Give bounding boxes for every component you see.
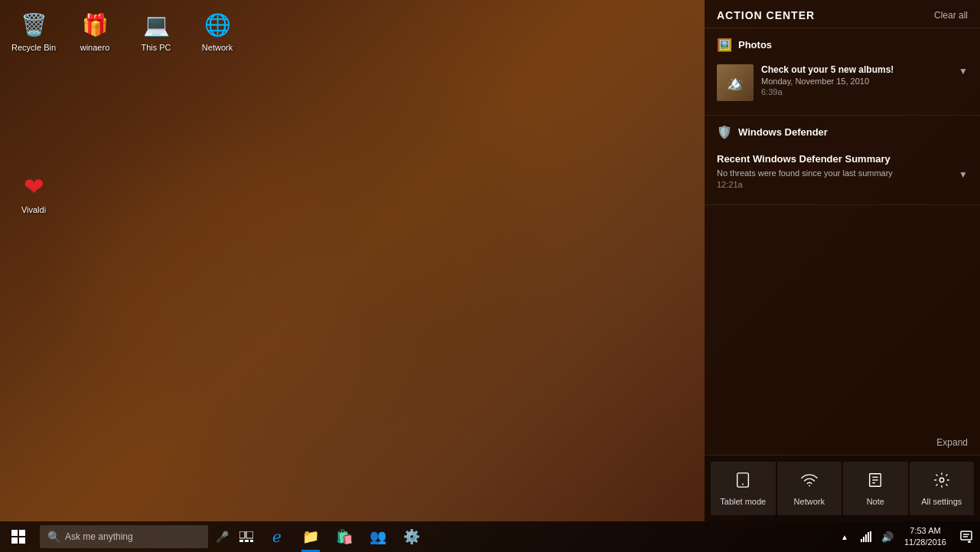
task-view-icon bbox=[239, 531, 253, 542]
defender-notif-body: No threats were found since your last su… bbox=[717, 168, 968, 180]
action-center-panel: ACTION CENTER Clear all 🖼️ Photos 🏔️ Che… bbox=[705, 0, 980, 521]
clock[interactable]: 7:53 AM 11/28/2016 bbox=[898, 521, 952, 552]
desktop-icon-winaero[interactable]: 🎁 winaero bbox=[67, 6, 122, 56]
defender-group-icon: 🛡️ bbox=[717, 125, 732, 139]
network-qa-icon bbox=[801, 472, 818, 492]
svg-rect-8 bbox=[11, 530, 18, 536]
search-icon: 🔍 bbox=[47, 531, 60, 543]
tray-expand-icon: ▲ bbox=[841, 533, 848, 541]
defender-notif-title: Recent Windows Defender Summary bbox=[717, 153, 968, 165]
desktop-icon-network[interactable]: 🌐 Network bbox=[190, 6, 245, 56]
search-bar[interactable]: 🔍 Ask me anything bbox=[40, 525, 208, 548]
taskbar-settings[interactable]: ⚙️ bbox=[395, 521, 428, 552]
action-center-button[interactable] bbox=[952, 521, 980, 552]
action-center-header: ACTION CENTER Clear all bbox=[705, 0, 980, 28]
expand-area: Expand bbox=[705, 429, 980, 456]
this-pc-label: This PC bbox=[141, 43, 171, 53]
notifications-list: 🖼️ Photos 🏔️ Check out your 5 new albums… bbox=[705, 28, 980, 429]
microphone-icon[interactable]: 🎤 bbox=[211, 521, 233, 552]
svg-rect-18 bbox=[863, 537, 864, 542]
quick-action-all-settings[interactable]: All settings bbox=[910, 462, 975, 515]
quick-actions: Tablet mode Network bbox=[705, 456, 980, 521]
clock-time: 7:53 AM bbox=[910, 525, 940, 537]
teams-icon: 👥 bbox=[370, 528, 386, 545]
all-settings-icon bbox=[933, 472, 950, 492]
all-settings-label: All settings bbox=[921, 497, 962, 506]
desktop-icons: 🗑️ Recycle Bin 🎁 winaero 💻 This PC 🌐 Net… bbox=[0, 0, 251, 62]
svg-rect-16 bbox=[250, 540, 253, 542]
notification-group-defender: 🛡️ Windows Defender Recent Windows Defen… bbox=[705, 116, 980, 205]
defender-body-text: No threats were found since your last su… bbox=[717, 168, 959, 178]
task-view-button[interactable] bbox=[233, 521, 260, 552]
network-icon: 🌐 bbox=[202, 9, 233, 40]
tray-volume-icon[interactable]: 🔊 bbox=[877, 521, 898, 552]
photos-content: Check out your 5 new albums! Monday, Nov… bbox=[761, 64, 951, 101]
svg-rect-0 bbox=[737, 472, 749, 486]
winaero-icon: 🎁 bbox=[80, 9, 110, 40]
svg-point-1 bbox=[742, 483, 744, 485]
quick-action-tablet-mode[interactable]: Tablet mode bbox=[711, 462, 776, 515]
windows-logo-icon bbox=[11, 530, 25, 544]
quick-action-network[interactable]: Network bbox=[777, 462, 842, 515]
search-placeholder: Ask me anything bbox=[65, 531, 133, 542]
action-center-icon bbox=[960, 531, 972, 543]
svg-rect-22 bbox=[961, 531, 972, 540]
network-label: Network bbox=[202, 43, 233, 53]
photos-group-icon: 🖼️ bbox=[717, 38, 732, 52]
svg-rect-19 bbox=[865, 534, 867, 542]
this-pc-icon: 💻 bbox=[141, 9, 171, 40]
clear-all-button[interactable]: Clear all bbox=[934, 10, 968, 21]
photos-group-title: Photos bbox=[738, 39, 772, 51]
photos-group-header: 🖼️ Photos bbox=[717, 38, 968, 52]
notification-item-defender[interactable]: Recent Windows Defender Summary No threa… bbox=[717, 147, 968, 195]
svg-rect-11 bbox=[19, 537, 25, 544]
svg-rect-21 bbox=[870, 531, 871, 542]
tray-network-icon[interactable] bbox=[855, 521, 877, 552]
expand-button[interactable]: Expand bbox=[936, 437, 968, 448]
note-label: Note bbox=[867, 497, 884, 506]
start-button[interactable] bbox=[0, 521, 37, 552]
photos-thumbnail: 🏔️ bbox=[717, 64, 754, 101]
note-icon bbox=[867, 472, 884, 492]
taskbar: 🔍 Ask me anything 🎤 ℯ 📁 🛍️ 👥 ⚙️ ▲ bbox=[0, 521, 980, 552]
recycle-bin-label: Recycle Bin bbox=[11, 43, 56, 53]
clock-date: 11/28/2016 bbox=[904, 537, 946, 548]
svg-rect-17 bbox=[861, 539, 862, 542]
svg-rect-9 bbox=[19, 530, 25, 536]
taskbar-store[interactable]: 🛍️ bbox=[327, 521, 361, 552]
action-center-title: ACTION CENTER bbox=[717, 9, 815, 21]
svg-point-7 bbox=[939, 478, 944, 482]
taskbar-teams[interactable]: 👥 bbox=[361, 521, 395, 552]
svg-rect-14 bbox=[239, 540, 243, 542]
svg-rect-12 bbox=[239, 531, 245, 538]
svg-rect-10 bbox=[11, 537, 18, 544]
file-explorer-icon: 📁 bbox=[302, 528, 319, 545]
defender-notif-time: 12:21a bbox=[717, 180, 968, 189]
vivaldi-label: Vivaldi bbox=[21, 205, 46, 215]
defender-group-header: 🛡️ Windows Defender bbox=[717, 125, 968, 139]
edge-icon: ℯ bbox=[272, 528, 282, 546]
tray-chevron[interactable]: ▲ bbox=[834, 521, 855, 552]
settings-icon: ⚙️ bbox=[403, 528, 420, 545]
photos-notif-title: Check out your 5 new albums! bbox=[761, 64, 951, 75]
notification-item-photos[interactable]: 🏔️ Check out your 5 new albums! Monday, … bbox=[717, 60, 968, 106]
defender-expand-chevron: ▼ bbox=[959, 169, 968, 180]
photos-notif-subtitle: Monday, November 15, 2010 bbox=[761, 77, 951, 86]
svg-rect-15 bbox=[245, 540, 249, 542]
desktop-icon-recycle-bin[interactable]: 🗑️ Recycle Bin bbox=[6, 6, 61, 56]
svg-rect-20 bbox=[868, 532, 869, 542]
quick-action-note[interactable]: Note bbox=[843, 462, 908, 515]
photos-expand-chevron: ▼ bbox=[959, 66, 968, 101]
taskbar-edge[interactable]: ℯ bbox=[260, 521, 294, 552]
defender-group-title: Windows Defender bbox=[738, 126, 828, 138]
defender-content: Recent Windows Defender Summary No threa… bbox=[717, 153, 968, 189]
vivaldi-icon: ❤ bbox=[18, 171, 49, 202]
recycle-bin-icon: 🗑️ bbox=[18, 9, 49, 40]
taskbar-file-explorer[interactable]: 📁 bbox=[294, 521, 327, 552]
tablet-mode-label: Tablet mode bbox=[720, 497, 766, 506]
desktop-icon-vivaldi[interactable]: ❤ Vivaldi bbox=[6, 168, 61, 218]
desktop-icon-this-pc[interactable]: 💻 This PC bbox=[129, 6, 184, 56]
svg-rect-13 bbox=[246, 531, 253, 538]
notification-group-photos: 🖼️ Photos 🏔️ Check out your 5 new albums… bbox=[705, 28, 980, 116]
photos-notif-time: 6:39a bbox=[761, 87, 951, 96]
